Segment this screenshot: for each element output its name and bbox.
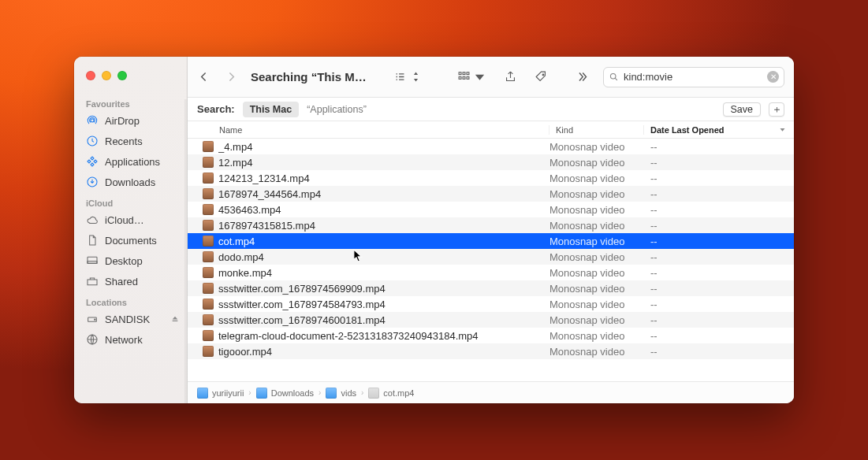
file-row[interactable]: cot.mp4Monosnap video-- bbox=[188, 233, 794, 249]
file-name: ssstwitter.com_1678974600181.mp4 bbox=[218, 314, 549, 326]
sidebar-section-locations: Locations bbox=[74, 291, 187, 309]
download-icon bbox=[86, 176, 99, 188]
share-button[interactable] bbox=[504, 70, 517, 83]
path-segment[interactable]: Downloads bbox=[256, 388, 314, 399]
sidebar-item-network[interactable]: Network bbox=[74, 329, 187, 350]
file-row[interactable]: tigooor.mp4Monosnap video-- bbox=[188, 343, 794, 359]
sidebar-item-shared[interactable]: Shared bbox=[74, 271, 187, 291]
file-kind: Monosnap video bbox=[549, 267, 644, 279]
eject-icon[interactable] bbox=[171, 313, 179, 325]
file-name: _4.mp4 bbox=[218, 141, 549, 153]
file-list[interactable]: _4.mp4Monosnap video--12.mp4Monosnap vid… bbox=[188, 139, 794, 381]
overflow-button[interactable] bbox=[576, 70, 589, 83]
column-header-kind[interactable]: Kind bbox=[549, 125, 644, 135]
svg-point-0 bbox=[91, 119, 94, 122]
sidebar-item-desktop[interactable]: Desktop bbox=[74, 250, 187, 271]
add-criteria-button[interactable]: ＋ bbox=[769, 102, 784, 117]
file-thumbnail-icon bbox=[203, 204, 214, 215]
path-segment[interactable]: vids bbox=[326, 388, 356, 399]
path-segment[interactable]: cot.mp4 bbox=[368, 388, 414, 399]
file-row[interactable]: monke.mp4Monosnap video-- bbox=[188, 265, 794, 280]
file-row[interactable]: 4536463.mp4Monosnap video-- bbox=[188, 202, 794, 217]
file-date: -- bbox=[644, 220, 794, 232]
scope-this-mac[interactable]: This Mac bbox=[243, 102, 300, 117]
path-bar: yuriiyurii › Downloads › vids › cot.mp4 bbox=[188, 381, 794, 403]
column-header-date[interactable]: Date Last Opened bbox=[644, 125, 794, 135]
file-row[interactable]: 1678974315815.mp4Monosnap video-- bbox=[188, 217, 794, 233]
file-name: 12.mp4 bbox=[218, 157, 549, 169]
save-search-button[interactable]: Save bbox=[723, 102, 762, 117]
sidebar-label: Downloads bbox=[105, 176, 155, 188]
file-thumbnail-icon bbox=[203, 267, 214, 278]
file-thumbnail-icon bbox=[203, 236, 214, 247]
group-by-button[interactable] bbox=[457, 70, 486, 83]
file-row[interactable]: 124213_12314.mp4Monosnap video-- bbox=[188, 170, 794, 186]
back-button[interactable] bbox=[197, 70, 210, 83]
file-date: -- bbox=[644, 267, 794, 279]
maximize-button[interactable] bbox=[117, 71, 127, 80]
file-row[interactable]: dodo.mp4Monosnap video-- bbox=[188, 249, 794, 265]
file-row[interactable]: ssstwitter.com_1678974584793.mp4Monosnap… bbox=[188, 296, 794, 312]
search-field[interactable]: ✕ bbox=[603, 67, 784, 87]
file-thumbnail-icon bbox=[203, 172, 214, 184]
sidebar-item-downloads[interactable]: Downloads bbox=[74, 172, 187, 192]
file-row[interactable]: ssstwitter.com_1678974600181.mp4Monosnap… bbox=[188, 312, 794, 328]
view-list-button[interactable] bbox=[393, 70, 423, 83]
path-separator-icon: › bbox=[247, 388, 252, 397]
scope-bar: Search: This Mac “Applications” Save ＋ bbox=[188, 98, 794, 121]
file-thumbnail-icon bbox=[203, 299, 214, 310]
desktop-icon bbox=[86, 254, 99, 267]
sidebar-item-airdrop[interactable]: AirDrop bbox=[74, 110, 187, 131]
search-icon bbox=[609, 72, 619, 82]
path-segment[interactable]: yuriiyurii bbox=[197, 388, 244, 399]
doc-icon bbox=[86, 234, 99, 247]
column-header-row: Name Kind Date Last Opened bbox=[188, 121, 794, 139]
window-controls bbox=[74, 71, 187, 80]
sidebar-item-recents[interactable]: Recents bbox=[74, 131, 187, 151]
column-header-name[interactable]: Name bbox=[188, 125, 549, 135]
sidebar-label: Documents bbox=[105, 235, 157, 247]
sidebar-label: Network bbox=[105, 334, 143, 346]
file-kind: Monosnap video bbox=[549, 188, 644, 200]
grid-icon bbox=[86, 155, 99, 168]
folder-icon bbox=[256, 388, 267, 399]
file-date: -- bbox=[644, 346, 794, 358]
tags-button[interactable] bbox=[535, 70, 548, 83]
file-row[interactable]: 1678974_344564.mp4Monosnap video-- bbox=[188, 186, 794, 202]
file-name: monke.mp4 bbox=[218, 267, 549, 279]
file-row[interactable]: ssstwitter.com_1678974569909.mp4Monosnap… bbox=[188, 280, 794, 296]
file-kind: Monosnap video bbox=[549, 236, 644, 247]
scope-applications[interactable]: “Applications” bbox=[307, 104, 367, 115]
file-row[interactable]: _4.mp4Monosnap video-- bbox=[188, 139, 794, 154]
sidebar-label: AirDrop bbox=[105, 115, 140, 127]
file-row[interactable]: 12.mp4Monosnap video-- bbox=[188, 154, 794, 170]
file-thumbnail-icon bbox=[203, 220, 214, 231]
drive-icon bbox=[86, 313, 99, 325]
sidebar-item-applications[interactable]: Applications bbox=[74, 151, 187, 172]
clear-search-button[interactable]: ✕ bbox=[767, 71, 779, 83]
finder-window: Favourites AirDrop Recents Applications … bbox=[74, 57, 794, 403]
file-kind: Monosnap video bbox=[549, 141, 644, 153]
sidebar-item-documents[interactable]: Documents bbox=[74, 230, 187, 250]
sidebar-label: Recents bbox=[105, 135, 143, 147]
svg-point-6 bbox=[95, 319, 95, 320]
sidebar-item-icloud-drive[interactable]: iCloud… bbox=[74, 210, 187, 230]
svg-rect-12 bbox=[463, 77, 465, 80]
file-date: -- bbox=[644, 236, 794, 247]
file-name: ssstwitter.com_1678974584793.mp4 bbox=[218, 299, 549, 310]
search-input[interactable] bbox=[624, 71, 762, 83]
file-date: -- bbox=[644, 204, 794, 216]
file-name: 4536463.mp4 bbox=[218, 204, 549, 216]
file-date: -- bbox=[644, 141, 794, 153]
file-kind: Monosnap video bbox=[549, 283, 644, 295]
minimize-button[interactable] bbox=[102, 71, 111, 80]
file-name: 1678974315815.mp4 bbox=[218, 220, 549, 232]
file-row[interactable]: telegram-cloud-document-2-52313183732409… bbox=[188, 328, 794, 343]
sidebar-label: Shared bbox=[105, 276, 138, 288]
close-button[interactable] bbox=[86, 71, 95, 80]
sidebar-label: Desktop bbox=[105, 255, 143, 267]
file-thumbnail-icon bbox=[203, 314, 214, 325]
sidebar-item-sandisk[interactable]: SANDISK bbox=[74, 309, 187, 329]
clock-icon bbox=[86, 135, 99, 147]
forward-button[interactable] bbox=[225, 70, 238, 83]
